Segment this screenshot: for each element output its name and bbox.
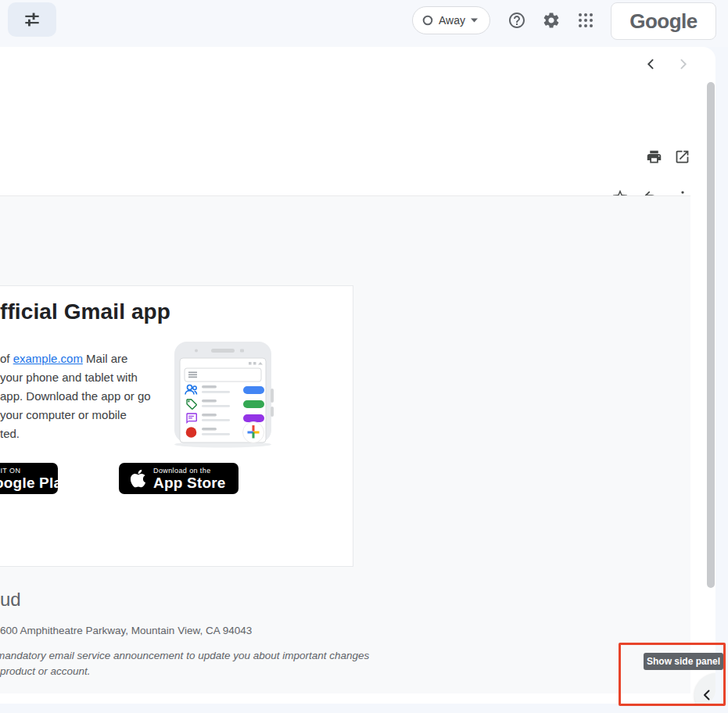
appstore-badge-bottom-text: App Store — [153, 475, 226, 491]
phone-illustration — [168, 340, 278, 450]
side-panel-tooltip: Show side panel — [644, 653, 723, 670]
print-icon — [646, 149, 662, 165]
play-badge-top-text: GET IT ON — [0, 467, 70, 475]
apps-button[interactable] — [570, 5, 601, 36]
chevron-right-icon — [675, 56, 690, 72]
play-badge-bottom-text: Google Play — [0, 475, 70, 491]
apps-grid-icon — [576, 11, 595, 30]
settings-button[interactable] — [536, 5, 567, 36]
caret-down-icon — [471, 18, 478, 23]
status-selector[interactable]: Away — [412, 6, 490, 34]
status-label: Away — [439, 14, 465, 27]
email-paragraph: of example.com Mail are your phone and t… — [0, 349, 151, 443]
footer-disclaimer-line1: mandatory email service announcement to … — [0, 650, 369, 661]
example-link[interactable]: example.com — [13, 352, 83, 365]
paragraph-line: ted. — [0, 425, 151, 443]
older-email-button[interactable] — [673, 55, 692, 73]
footer-address: 600 Amphitheatre Parkway, Mountain View,… — [0, 625, 252, 636]
print-button[interactable] — [644, 147, 663, 166]
scrollbar-thumb[interactable] — [707, 82, 715, 588]
help-button[interactable] — [501, 5, 533, 36]
chevron-left-icon — [644, 56, 659, 72]
google-logo-card: Google — [611, 2, 716, 40]
gmail-window: Away Google — [0, 0, 728, 713]
google-logo: Google — [629, 9, 698, 34]
email-heading: fficial Gmail app — [0, 299, 170, 324]
tooltip-text: Show side panel — [647, 656, 720, 667]
tune-icon — [22, 9, 42, 30]
paragraph-line: of example.com Mail are — [0, 349, 151, 368]
open-in-new-button[interactable] — [672, 147, 691, 166]
reading-pane: fficial Gmail app of example.com Mail ar… — [0, 47, 715, 704]
appstore-badge-top-text: Download on the — [153, 467, 226, 475]
paragraph-line: your phone and tablet with — [0, 368, 151, 387]
newer-email-button[interactable] — [642, 55, 661, 73]
paragraph-line: app. Download the app or go — [0, 387, 151, 406]
footer-brand-fragment: ud — [0, 589, 21, 611]
status-circle-icon — [422, 15, 433, 26]
open-in-new-icon — [674, 149, 690, 165]
apple-icon — [130, 468, 146, 489]
top-bar: Away Google — [0, 0, 728, 47]
email-body: fficial Gmail app of example.com Mail ar… — [0, 195, 690, 693]
help-icon — [507, 11, 526, 30]
footer-disclaimer-line2: product or account. — [0, 665, 91, 677]
google-play-badge[interactable]: GET IT ON Google Play — [0, 463, 58, 494]
app-store-badge[interactable]: Download on the App Store — [119, 463, 238, 494]
gear-icon — [542, 11, 561, 30]
paragraph-line: your computer or mobile — [0, 406, 151, 425]
tune-button[interactable] — [8, 2, 56, 37]
